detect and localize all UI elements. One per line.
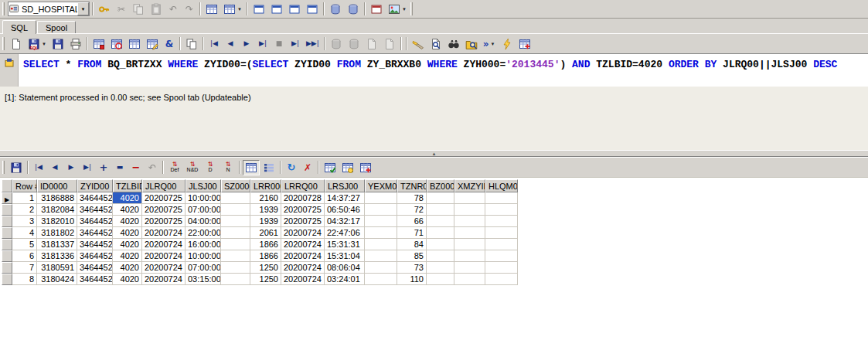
first-record-button[interactable]: |◀: [31, 160, 46, 175]
cell-lrsj00[interactable]: 15:31:04: [325, 250, 365, 262]
window-style-dropdown-arrow[interactable]: ▼: [237, 7, 242, 12]
post-edit-button[interactable]: ▬: [112, 160, 128, 175]
column-header-bz0000[interactable]: BZ0000: [427, 179, 454, 192]
cell-hlqm00[interactable]: [485, 239, 518, 250]
toolbar-grip[interactable]: [410, 2, 413, 15]
cell-lrr000[interactable]: 1250: [250, 262, 281, 274]
cell-tznr00[interactable]: 78: [397, 192, 427, 204]
cell-lrr000[interactable]: 1866: [250, 239, 281, 250]
insert-default-button[interactable]: ⇅Def: [166, 160, 183, 175]
cell-hlqm00[interactable]: [485, 274, 518, 285]
cell-hlqm00[interactable]: [485, 216, 518, 227]
row-selector[interactable]: [2, 204, 12, 216]
cell-bz0000[interactable]: [427, 227, 454, 239]
find-button[interactable]: [445, 36, 462, 52]
cell-row[interactable]: 3: [12, 216, 37, 227]
cell-tzlbid[interactable]: 4020: [113, 239, 142, 250]
cell-lrr000[interactable]: 1866: [250, 250, 281, 262]
row-selector[interactable]: [2, 262, 12, 274]
cell-row[interactable]: 8: [12, 274, 37, 285]
cell-zyid00[interactable]: 3464452: [77, 204, 113, 216]
cell-yexm00[interactable]: [365, 239, 397, 250]
explain-plan-button[interactable]: [410, 36, 427, 52]
column-header-lrsj00[interactable]: LRSJ00: [325, 179, 365, 192]
cancel-execution-button[interactable]: [381, 36, 398, 52]
cell-lrrq00[interactable]: 20200724: [281, 239, 325, 250]
save-button[interactable]: [49, 36, 66, 52]
session-window-button[interactable]: [345, 2, 362, 17]
cell-jlsj00[interactable]: 04:00:00: [186, 216, 221, 227]
cell-jlrq00[interactable]: 20200725: [142, 192, 186, 204]
cell-yexm00[interactable]: [365, 274, 397, 285]
column-header-zyid00[interactable]: ZYID00: [77, 179, 113, 192]
cell-tznr00[interactable]: 71: [397, 227, 427, 239]
fetch-first-button[interactable]: |◀: [206, 36, 222, 52]
cell-lrrq00[interactable]: 20200725: [281, 204, 325, 216]
column-header-hlqm00[interactable]: HLQM00: [485, 179, 518, 192]
cell-bz0000[interactable]: [427, 274, 454, 285]
substitution-variables-button[interactable]: &: [162, 36, 177, 52]
cell-xmzyid[interactable]: [454, 274, 485, 285]
cell-lrrq00[interactable]: 20200724: [281, 227, 325, 239]
cell-zyid00[interactable]: 3464452: [77, 250, 113, 262]
change-password-button[interactable]: [96, 2, 113, 17]
cell-sz0000[interactable]: [221, 216, 250, 227]
cell-jlrq00[interactable]: 20200725: [142, 216, 186, 227]
connection-dropdown-button[interactable]: ▼: [77, 2, 89, 15]
cell-lrr000[interactable]: 2061: [250, 227, 281, 239]
cancel-edit-button[interactable]: ↶: [145, 160, 160, 175]
redo-button[interactable]: ↷: [182, 2, 197, 17]
cell-yexm00[interactable]: [365, 250, 397, 262]
column-header-jlrq00[interactable]: JLRQ00: [142, 179, 186, 192]
cell-sz0000[interactable]: [221, 227, 250, 239]
cell-jlsj00[interactable]: 07:00:00: [186, 204, 221, 216]
cell-hlqm00[interactable]: [485, 262, 518, 274]
row-selector[interactable]: [2, 274, 12, 285]
cell-hlqm00[interactable]: [485, 250, 518, 262]
cell-jlrq00[interactable]: 20200724: [142, 227, 186, 239]
cell-xmzyid[interactable]: [454, 216, 485, 227]
describe-button[interactable]: [427, 36, 444, 52]
cell-lrr000[interactable]: 1939: [250, 216, 281, 227]
cell-jlrq00[interactable]: 20200724: [142, 239, 186, 250]
grid-options-button[interactable]: [516, 36, 533, 52]
next-record-button[interactable]: ▶: [63, 160, 79, 175]
cell-tzlbid[interactable]: 4020: [113, 250, 142, 262]
cell-row[interactable]: 1: [12, 192, 37, 204]
cell-jlsj00[interactable]: 16:00:00: [186, 239, 221, 250]
object-search-button[interactable]: [463, 36, 480, 52]
cell-zyid00[interactable]: 3464452: [77, 216, 113, 227]
more-commands-button[interactable]: »▼: [481, 36, 498, 52]
column-header-yexm00[interactable]: YEXM00: [365, 179, 397, 192]
commit-button[interactable]: [328, 36, 345, 52]
cell-hlqm00[interactable]: [485, 204, 518, 216]
cell-bz0000[interactable]: [427, 250, 454, 262]
cell-xmzyid[interactable]: [454, 204, 485, 216]
cell-xmzyid[interactable]: [454, 227, 485, 239]
cell-id0000[interactable]: 3180424: [37, 274, 77, 285]
sql-query-text[interactable]: SELECT * FROM BQ_BRTZXX WHERE ZYID00=(SE…: [19, 54, 868, 87]
cell-jlsj00[interactable]: 22:00:00: [186, 227, 221, 239]
new-button[interactable]: [8, 36, 25, 52]
cell-sz0000[interactable]: [221, 250, 250, 262]
splitter-collapse-button[interactable]: ▴: [388, 151, 481, 156]
cell-jlsj00[interactable]: 03:15:00: [186, 274, 221, 285]
panel-splitter[interactable]: ▴: [0, 150, 868, 157]
cell-yexm00[interactable]: [365, 204, 397, 216]
cell-lrr000[interactable]: 1939: [250, 204, 281, 216]
column-header-lrrq00[interactable]: LRRQ00: [281, 179, 325, 192]
fetch-next-button[interactable]: ▶: [239, 36, 254, 52]
column-header-row[interactable]: Row #: [12, 179, 37, 192]
undo-button[interactable]: ↶: [165, 2, 181, 17]
toolbar-grip[interactable]: [2, 2, 5, 15]
sort-filter-button[interactable]: [339, 160, 356, 175]
save-sql-button[interactable]: SQL▼: [26, 36, 49, 52]
fetch-page-button[interactable]: ▶|: [288, 36, 303, 52]
tab-sql[interactable]: SQL: [2, 20, 36, 34]
commit-changes-button[interactable]: [322, 160, 339, 175]
cell-zyid00[interactable]: 3464452: [77, 192, 113, 204]
rollback-button[interactable]: [345, 36, 363, 52]
column-header-tzlbid[interactable]: TZLBID: [113, 179, 142, 192]
cell-tzlbid[interactable]: 4020: [113, 192, 142, 204]
cancel-query-button[interactable]: ✗: [300, 160, 315, 175]
